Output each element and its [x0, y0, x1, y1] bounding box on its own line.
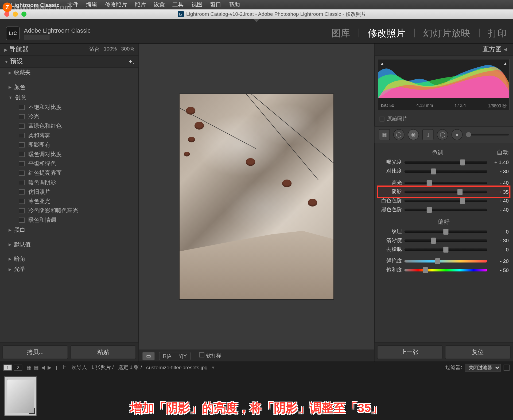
preset-item[interactable]: 暖色和情调 [0, 215, 138, 225]
whites-slider[interactable]: 白色色阶+ 40 [379, 196, 509, 205]
exposure-slider[interactable]: 曝光度+ 1.40 [379, 158, 509, 167]
shadow-clip-icon[interactable]: ▲ [380, 61, 384, 66]
exif-focal: 4.13 mm [416, 103, 433, 109]
local-adjust-toolstrip: ▦ ◯ ◉ ▯ ◯ ● [375, 126, 513, 143]
add-preset-icon[interactable]: +. [129, 58, 134, 65]
highlight-clip-icon[interactable]: ▲ [503, 61, 507, 66]
filter-lock-icon[interactable] [504, 364, 510, 370]
filter-select[interactable]: 关闭过滤器 [465, 364, 501, 371]
saturation-slider[interactable]: 饱和度- 50 [379, 266, 509, 275]
menu-develop[interactable]: 修改照片 [105, 1, 127, 9]
menu-window[interactable]: 窗口 [210, 1, 221, 9]
presets-header[interactable]: ▼预设 +. [0, 56, 138, 68]
preset-group-optics[interactable]: 光学 [0, 264, 138, 274]
shadows-slider[interactable]: 阴影+ 35 [379, 187, 509, 196]
preset-item[interactable]: 冷色亚光 [0, 197, 138, 206]
module-slideshow[interactable]: 幻灯片放映 [423, 27, 470, 40]
brand-name: Adobe Lightroom Classic [24, 27, 91, 34]
preset-item[interactable]: 平坦和绿色 [0, 159, 138, 168]
window-minimize-button[interactable] [13, 11, 18, 17]
menu-help[interactable]: 帮助 [229, 1, 240, 9]
preset-item[interactable]: 即影即有 [0, 140, 138, 150]
auto-button[interactable]: 自动 [497, 149, 509, 157]
menu-tools[interactable]: 工具 [172, 1, 184, 9]
window-close-button[interactable] [4, 11, 9, 17]
brush-size-slider[interactable] [466, 134, 509, 135]
preset-thumb-icon [19, 114, 25, 119]
view-mode-yy[interactable]: Y|Y [175, 352, 190, 360]
preset-group-bw[interactable]: 黑白 [0, 225, 138, 235]
nav-forward-icon[interactable]: ▶ [48, 364, 51, 370]
module-library[interactable]: 图库 [331, 27, 350, 40]
preset-group-dark[interactable]: 暗角 [0, 254, 138, 264]
preset-item[interactable]: 红色提亮雾面 [0, 168, 138, 178]
copy-button[interactable]: 拷贝... [3, 345, 68, 359]
softproof-checkbox[interactable] [199, 352, 204, 357]
window-titlebar: Lr Lightroom Catalog-v10-2.lrcat - Adobe… [0, 9, 513, 19]
blacks-slider[interactable]: 黑色色阶- 40 [379, 205, 509, 214]
gradient-tool-icon[interactable]: ▯ [422, 129, 434, 140]
menu-view[interactable]: 视图 [191, 1, 203, 9]
top-panel-collapse-handle[interactable] [0, 19, 513, 23]
preset-item[interactable]: 冷光 [0, 112, 138, 121]
preset-item[interactable]: 柔和薄雾 [0, 131, 138, 140]
preview-image [180, 94, 333, 299]
exif-iso: ISO 50 [381, 103, 394, 109]
zoom-fit[interactable]: 适合 [89, 46, 99, 53]
preset-item[interactable]: 蓝绿色和红色 [0, 121, 138, 131]
preset-item[interactable]: 冷色阴影和暖色高光 [0, 206, 138, 215]
macos-menubar: Lightroom Classic 文件 编辑 修改照片 照片 设置 工具 视图… [0, 0, 513, 9]
grid-view-icon[interactable]: ▦ [27, 364, 32, 370]
paste-button[interactable]: 粘贴 [71, 345, 136, 359]
histogram[interactable]: ▲▲ ISO 50 4.13 mm f / 2.4 1/6800 秒 [378, 59, 510, 110]
exif-aperture: f / 2.4 [455, 103, 466, 109]
original-checkbox[interactable] [380, 117, 384, 122]
brush-tool-icon[interactable]: ● [452, 129, 463, 140]
preset-item[interactable]: 不饱和对比度 [0, 103, 138, 112]
spot-tool-icon[interactable]: ◯ [393, 129, 405, 140]
navigator-header[interactable]: ▶导航器 适合 100% 300% [0, 44, 138, 56]
clarity-slider[interactable]: 清晰度- 30 [379, 236, 509, 245]
preset-item[interactable]: 暖色调阴影 [0, 178, 138, 187]
reset-button[interactable]: 复位 [445, 345, 511, 359]
filmstrip[interactable]: 1 ± 增加「阴影」的亮度，将「阴影」调整至「35」 [0, 373, 513, 420]
view-mode-loupe[interactable]: ▭ [143, 352, 154, 360]
contrast-slider[interactable]: 对比度- 30 [379, 167, 509, 176]
preset-group-defaults[interactable]: 默认值 [0, 239, 138, 250]
histogram-header[interactable]: 直方图 ◀ [375, 44, 513, 56]
preset-group-creative[interactable]: 创意 [0, 92, 138, 103]
monitor-2-button[interactable]: 2 [14, 364, 22, 370]
redeye-tool-icon[interactable]: ◉ [408, 129, 419, 140]
preset-thumb-icon [19, 217, 25, 223]
texture-slider[interactable]: 纹理0 [379, 227, 509, 236]
breadcrumb[interactable]: 上一次导入 [61, 364, 87, 371]
dehaze-slider[interactable]: 去朦胧0 [379, 245, 509, 254]
nav-back-icon[interactable]: ◀ [41, 364, 45, 370]
loupe-view[interactable] [139, 44, 374, 350]
preset-group-color[interactable]: 颜色 [0, 82, 138, 92]
vibrance-slider[interactable]: 鲜艳度- 20 [379, 256, 509, 266]
window-zoom-button[interactable] [21, 11, 26, 17]
preset-group-favorites[interactable]: 收藏夹 [0, 68, 138, 78]
histogram-label: 直方图 [483, 45, 502, 53]
progress-placeholder [24, 34, 50, 40]
monitor-1-button[interactable]: 1 [3, 364, 12, 370]
menu-photo[interactable]: 照片 [135, 1, 146, 9]
highlights-slider[interactable]: 高光- 40 [379, 178, 509, 187]
previous-button[interactable]: 上一张 [377, 345, 442, 359]
module-picker: 图库| 修改照片| 幻灯片放映| 打印 [331, 27, 507, 40]
zoom-100[interactable]: 100% [104, 46, 117, 53]
grid-view-icon[interactable]: ▦ [34, 364, 39, 370]
module-print[interactable]: 打印 [488, 27, 507, 40]
menu-edit[interactable]: 编辑 [86, 1, 97, 9]
preset-item[interactable]: 仿旧照片 [0, 187, 138, 197]
view-mode-ra[interactable]: R|A [160, 352, 175, 360]
menu-settings[interactable]: 设置 [154, 1, 165, 9]
filmstrip-thumbnail[interactable]: 1 ± [4, 377, 37, 416]
crop-tool-icon[interactable]: ▦ [379, 129, 390, 140]
zoom-300[interactable]: 300% [121, 46, 134, 53]
navigator-label: 导航器 [9, 45, 29, 53]
preset-item[interactable]: 暖色调对比度 [0, 150, 138, 159]
module-develop[interactable]: 修改照片 [368, 27, 406, 40]
radial-tool-icon[interactable]: ◯ [437, 129, 448, 140]
